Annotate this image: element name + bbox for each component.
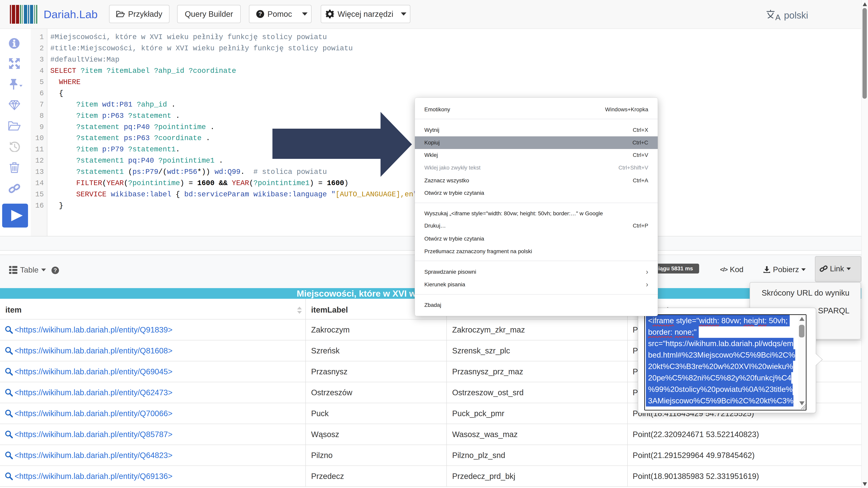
- svg-text:?: ?: [54, 267, 57, 273]
- svg-text:A: A: [775, 13, 781, 21]
- svg-text:?: ?: [258, 10, 262, 17]
